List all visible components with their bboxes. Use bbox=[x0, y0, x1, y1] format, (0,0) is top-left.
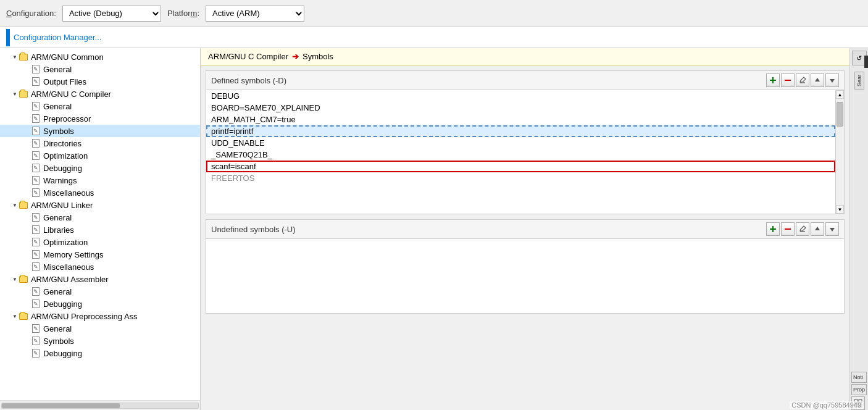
sidebar-item-general-5[interactable]: General bbox=[0, 322, 200, 335]
folder-icon bbox=[19, 311, 28, 321]
file-icon bbox=[31, 287, 41, 296]
tree-content[interactable]: ARM/GNU Common General Output Files ARM/… bbox=[0, 48, 200, 400]
undefined-symbols-list[interactable] bbox=[206, 239, 844, 313]
list-item[interactable]: _SAME70Q21B_ bbox=[206, 149, 835, 161]
sidebar-item-general-2[interactable]: General bbox=[0, 100, 200, 112]
sidebar-item-output-files[interactable]: Output Files bbox=[0, 75, 200, 88]
sidebar-item-optimization[interactable]: Optimization bbox=[0, 149, 200, 162]
sidebar-item-arm-gnu-assembler[interactable]: ARM/GNU Assembler bbox=[0, 273, 200, 285]
sidebar-item-general-1[interactable]: General bbox=[0, 63, 200, 75]
defined-symbols-title: Defined symbols (-D) bbox=[211, 76, 286, 85]
list-item[interactable]: printf=iprintf bbox=[206, 125, 835, 137]
svg-marker-6 bbox=[830, 79, 835, 83]
tree-item-label: Directories bbox=[43, 139, 81, 148]
list-item[interactable]: scanf=iscanf bbox=[206, 161, 835, 172]
scroll-arrow-left bbox=[864, 56, 868, 68]
right-sidebar: ↺ Sear Noti Prop bbox=[849, 48, 868, 410]
tree-horizontal-scrollbar[interactable] bbox=[0, 400, 200, 410]
tree-item-label: ARM/GNU Common bbox=[31, 52, 104, 62]
sidebar-item-miscellaneous-2[interactable]: Miscellaneous bbox=[0, 261, 200, 273]
sidebar-item-libraries[interactable]: Libraries bbox=[0, 224, 200, 236]
delete-defined-button[interactable] bbox=[781, 73, 795, 87]
tree-item-label: Preprocessor bbox=[43, 114, 91, 123]
edit-defined-button[interactable] bbox=[796, 73, 809, 87]
tree-item-label: Debugging bbox=[43, 299, 82, 309]
sidebar-item-general-4[interactable]: General bbox=[0, 285, 200, 298]
defined-vertical-scrollbar[interactable]: ▲ ▼ bbox=[835, 90, 844, 214]
delete-undefined-button[interactable] bbox=[781, 222, 795, 236]
down-undefined-button[interactable] bbox=[825, 222, 839, 236]
notifications-tab[interactable]: Noti bbox=[851, 372, 867, 383]
config-manager-link[interactable]: Configuration Manager... bbox=[14, 33, 101, 42]
collapse-icon bbox=[12, 203, 17, 208]
scroll-track bbox=[1, 403, 199, 409]
search-tab[interactable]: Sear bbox=[854, 72, 864, 90]
collapse-icon bbox=[12, 91, 17, 97]
up-undefined-button[interactable] bbox=[811, 222, 824, 236]
sidebar-item-miscellaneous[interactable]: Miscellaneous bbox=[0, 186, 200, 199]
sidebar-item-optimization-2[interactable]: Optimization bbox=[0, 236, 200, 248]
tree-item-label: General bbox=[43, 287, 72, 296]
sidebar-item-arm-gnu-linker[interactable]: ARM/GNU Linker bbox=[0, 199, 200, 211]
tree-item-label: General bbox=[43, 324, 72, 333]
tree-item-label: Miscellaneous bbox=[43, 188, 94, 198]
sidebar-item-arm-gnu-preproc-ass[interactable]: ARM/GNU Preprocessing Ass bbox=[0, 310, 200, 322]
tree-item-label: Symbols bbox=[43, 337, 74, 346]
add-undefined-button[interactable] bbox=[766, 222, 780, 236]
tree-panel: ARM/GNU Common General Output Files ARM/… bbox=[0, 48, 201, 410]
sidebar-item-arm-gnu-c-compiler[interactable]: ARM/GNU C Compiler bbox=[0, 88, 200, 100]
defined-symbols-group: Defined symbols (-D) bbox=[206, 70, 845, 214]
file-icon bbox=[31, 262, 41, 272]
list-item[interactable]: BOARD=SAME70_XPLAINED bbox=[206, 102, 835, 114]
file-icon bbox=[31, 299, 41, 309]
tree-item-label: Libraries bbox=[43, 225, 74, 235]
tree-item-label: Optimization bbox=[43, 238, 88, 247]
list-item[interactable]: FREERTOS bbox=[206, 172, 835, 184]
list-item[interactable]: DEBUG bbox=[206, 90, 835, 102]
list-item[interactable]: ARM_MATH_CM7=true bbox=[206, 114, 835, 125]
file-icon bbox=[31, 348, 41, 358]
sidebar-item-preprocessor[interactable]: Preprocessor bbox=[0, 112, 200, 125]
folder-icon bbox=[19, 274, 28, 284]
scroll-thumb bbox=[837, 102, 843, 127]
file-icon bbox=[31, 77, 41, 86]
page-subsection: Symbols bbox=[303, 52, 333, 61]
sidebar-item-general-3[interactable]: General bbox=[0, 211, 200, 224]
tree-item-label: Optimization bbox=[43, 151, 88, 161]
tree-item-label: Debugging bbox=[43, 164, 82, 173]
up-defined-button[interactable] bbox=[811, 73, 824, 87]
platform-select[interactable]: Active (ARM) bbox=[206, 6, 304, 22]
svg-rect-1 bbox=[770, 80, 776, 81]
down-defined-button[interactable] bbox=[825, 73, 839, 87]
properties-tab[interactable]: Prop bbox=[851, 384, 867, 395]
sidebar-item-debugging-3[interactable]: Debugging bbox=[0, 347, 200, 359]
defined-symbols-toolbar bbox=[766, 73, 839, 87]
tree-item-label: Output Files bbox=[43, 77, 86, 86]
main-area: ARM/GNU Common General Output Files ARM/… bbox=[0, 48, 868, 410]
page-title-bar: ARM/GNU C Compiler ➔ Symbols bbox=[201, 48, 849, 65]
svg-marker-13 bbox=[830, 228, 835, 232]
scroll-up-arrow[interactable]: ▲ bbox=[836, 90, 844, 99]
sidebar-item-memory-settings[interactable]: Memory Settings bbox=[0, 248, 200, 261]
sidebar-item-symbols-2[interactable]: Symbols bbox=[0, 335, 200, 347]
sidebar-item-symbols[interactable]: Symbols bbox=[0, 125, 200, 137]
sidebar-item-debugging[interactable]: Debugging bbox=[0, 162, 200, 174]
sidebar-item-arm-gnu-common[interactable]: ARM/GNU Common bbox=[0, 51, 200, 63]
list-item[interactable]: UDD_ENABLE bbox=[206, 137, 835, 149]
file-icon bbox=[31, 188, 41, 198]
scroll-down-arrow[interactable]: ▼ bbox=[836, 205, 844, 214]
collapse-icon bbox=[12, 54, 17, 60]
file-icon bbox=[31, 151, 41, 161]
defined-symbols-list[interactable]: DEBUG BOARD=SAME70_XPLAINED ARM_MATH_CM7… bbox=[206, 90, 835, 214]
tree-item-label: Memory Settings bbox=[43, 250, 104, 259]
folder-icon bbox=[19, 200, 28, 210]
sidebar-item-directories[interactable]: Directories bbox=[0, 137, 200, 149]
folder-icon bbox=[19, 89, 28, 99]
add-defined-button[interactable] bbox=[766, 73, 780, 87]
page-section: ARM/GNU C Compiler bbox=[208, 52, 288, 61]
configuration-select[interactable]: Active (Debug) bbox=[62, 6, 161, 22]
sidebar-item-warnings[interactable]: Warnings bbox=[0, 174, 200, 186]
sidebar-item-debugging-2[interactable]: Debugging bbox=[0, 298, 200, 310]
symbols-section: Defined symbols (-D) bbox=[201, 65, 849, 410]
edit-undefined-button[interactable] bbox=[796, 222, 809, 236]
